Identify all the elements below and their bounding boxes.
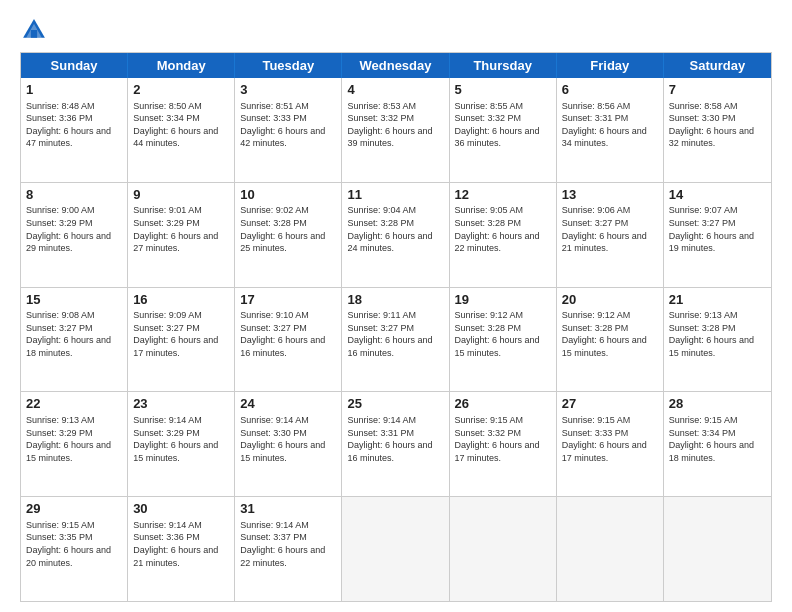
cell-text: Sunrise: 8:58 AMSunset: 3:30 PMDaylight:… (669, 100, 766, 150)
day-number: 10 (240, 186, 336, 204)
cell-text: Sunrise: 9:05 AMSunset: 3:28 PMDaylight:… (455, 204, 551, 254)
cal-cell: 12Sunrise: 9:05 AMSunset: 3:28 PMDayligh… (450, 183, 557, 287)
cal-cell: 10Sunrise: 9:02 AMSunset: 3:28 PMDayligh… (235, 183, 342, 287)
header-day-sunday: Sunday (21, 53, 128, 78)
cell-text: Sunrise: 9:09 AMSunset: 3:27 PMDaylight:… (133, 309, 229, 359)
cell-text: Sunrise: 9:10 AMSunset: 3:27 PMDaylight:… (240, 309, 336, 359)
cal-cell: 23Sunrise: 9:14 AMSunset: 3:29 PMDayligh… (128, 392, 235, 496)
day-number: 26 (455, 395, 551, 413)
svg-rect-2 (31, 30, 37, 38)
cell-text: Sunrise: 8:50 AMSunset: 3:34 PMDaylight:… (133, 100, 229, 150)
day-number: 27 (562, 395, 658, 413)
day-number: 2 (133, 81, 229, 99)
cell-text: Sunrise: 9:15 AMSunset: 3:33 PMDaylight:… (562, 414, 658, 464)
day-number: 29 (26, 500, 122, 518)
cal-cell: 17Sunrise: 9:10 AMSunset: 3:27 PMDayligh… (235, 288, 342, 392)
cal-cell: 4Sunrise: 8:53 AMSunset: 3:32 PMDaylight… (342, 78, 449, 182)
cal-cell: 8Sunrise: 9:00 AMSunset: 3:29 PMDaylight… (21, 183, 128, 287)
header-day-tuesday: Tuesday (235, 53, 342, 78)
cell-text: Sunrise: 8:53 AMSunset: 3:32 PMDaylight:… (347, 100, 443, 150)
cell-text: Sunrise: 8:51 AMSunset: 3:33 PMDaylight:… (240, 100, 336, 150)
cell-text: Sunrise: 9:11 AMSunset: 3:27 PMDaylight:… (347, 309, 443, 359)
day-number: 15 (26, 291, 122, 309)
cell-text: Sunrise: 9:14 AMSunset: 3:29 PMDaylight:… (133, 414, 229, 464)
cal-cell: 3Sunrise: 8:51 AMSunset: 3:33 PMDaylight… (235, 78, 342, 182)
cell-text: Sunrise: 9:13 AMSunset: 3:28 PMDaylight:… (669, 309, 766, 359)
header-day-monday: Monday (128, 53, 235, 78)
day-number: 14 (669, 186, 766, 204)
day-number: 24 (240, 395, 336, 413)
day-number: 16 (133, 291, 229, 309)
day-number: 25 (347, 395, 443, 413)
logo (20, 16, 52, 44)
cal-cell: 19Sunrise: 9:12 AMSunset: 3:28 PMDayligh… (450, 288, 557, 392)
header-day-friday: Friday (557, 53, 664, 78)
day-number: 17 (240, 291, 336, 309)
cal-cell: 13Sunrise: 9:06 AMSunset: 3:27 PMDayligh… (557, 183, 664, 287)
cal-cell: 29Sunrise: 9:15 AMSunset: 3:35 PMDayligh… (21, 497, 128, 601)
cell-text: Sunrise: 9:00 AMSunset: 3:29 PMDaylight:… (26, 204, 122, 254)
day-number: 30 (133, 500, 229, 518)
cell-text: Sunrise: 9:06 AMSunset: 3:27 PMDaylight:… (562, 204, 658, 254)
week-row-3: 15Sunrise: 9:08 AMSunset: 3:27 PMDayligh… (21, 287, 771, 392)
cal-cell: 30Sunrise: 9:14 AMSunset: 3:36 PMDayligh… (128, 497, 235, 601)
cal-cell: 26Sunrise: 9:15 AMSunset: 3:32 PMDayligh… (450, 392, 557, 496)
cell-text: Sunrise: 9:13 AMSunset: 3:29 PMDaylight:… (26, 414, 122, 464)
cell-text: Sunrise: 8:56 AMSunset: 3:31 PMDaylight:… (562, 100, 658, 150)
cal-cell: 22Sunrise: 9:13 AMSunset: 3:29 PMDayligh… (21, 392, 128, 496)
cal-cell: 21Sunrise: 9:13 AMSunset: 3:28 PMDayligh… (664, 288, 771, 392)
cell-text: Sunrise: 9:12 AMSunset: 3:28 PMDaylight:… (455, 309, 551, 359)
day-number: 9 (133, 186, 229, 204)
day-number: 7 (669, 81, 766, 99)
cal-cell: 2Sunrise: 8:50 AMSunset: 3:34 PMDaylight… (128, 78, 235, 182)
cell-text: Sunrise: 9:12 AMSunset: 3:28 PMDaylight:… (562, 309, 658, 359)
week-row-2: 8Sunrise: 9:00 AMSunset: 3:29 PMDaylight… (21, 182, 771, 287)
day-number: 22 (26, 395, 122, 413)
cell-text: Sunrise: 9:14 AMSunset: 3:36 PMDaylight:… (133, 519, 229, 569)
cal-cell (557, 497, 664, 601)
cell-text: Sunrise: 9:15 AMSunset: 3:32 PMDaylight:… (455, 414, 551, 464)
day-number: 11 (347, 186, 443, 204)
cal-cell: 18Sunrise: 9:11 AMSunset: 3:27 PMDayligh… (342, 288, 449, 392)
cal-cell: 5Sunrise: 8:55 AMSunset: 3:32 PMDaylight… (450, 78, 557, 182)
cell-text: Sunrise: 8:55 AMSunset: 3:32 PMDaylight:… (455, 100, 551, 150)
cal-cell: 15Sunrise: 9:08 AMSunset: 3:27 PMDayligh… (21, 288, 128, 392)
day-number: 23 (133, 395, 229, 413)
calendar: SundayMondayTuesdayWednesdayThursdayFrid… (20, 52, 772, 602)
cal-cell: 16Sunrise: 9:09 AMSunset: 3:27 PMDayligh… (128, 288, 235, 392)
cal-cell: 20Sunrise: 9:12 AMSunset: 3:28 PMDayligh… (557, 288, 664, 392)
cal-cell (450, 497, 557, 601)
cell-text: Sunrise: 9:04 AMSunset: 3:28 PMDaylight:… (347, 204, 443, 254)
day-number: 1 (26, 81, 122, 99)
cal-cell: 1Sunrise: 8:48 AMSunset: 3:36 PMDaylight… (21, 78, 128, 182)
cal-cell (342, 497, 449, 601)
header-day-thursday: Thursday (450, 53, 557, 78)
cal-cell: 27Sunrise: 9:15 AMSunset: 3:33 PMDayligh… (557, 392, 664, 496)
header (20, 16, 772, 44)
day-number: 8 (26, 186, 122, 204)
cal-cell: 14Sunrise: 9:07 AMSunset: 3:27 PMDayligh… (664, 183, 771, 287)
cal-cell: 11Sunrise: 9:04 AMSunset: 3:28 PMDayligh… (342, 183, 449, 287)
cal-cell: 28Sunrise: 9:15 AMSunset: 3:34 PMDayligh… (664, 392, 771, 496)
header-day-wednesday: Wednesday (342, 53, 449, 78)
week-row-4: 22Sunrise: 9:13 AMSunset: 3:29 PMDayligh… (21, 391, 771, 496)
day-number: 28 (669, 395, 766, 413)
cell-text: Sunrise: 9:15 AMSunset: 3:34 PMDaylight:… (669, 414, 766, 464)
week-row-1: 1Sunrise: 8:48 AMSunset: 3:36 PMDaylight… (21, 78, 771, 182)
cal-cell (664, 497, 771, 601)
calendar-header: SundayMondayTuesdayWednesdayThursdayFrid… (21, 53, 771, 78)
logo-icon (20, 16, 48, 44)
page: SundayMondayTuesdayWednesdayThursdayFrid… (0, 0, 792, 612)
day-number: 6 (562, 81, 658, 99)
cal-cell: 25Sunrise: 9:14 AMSunset: 3:31 PMDayligh… (342, 392, 449, 496)
calendar-body: 1Sunrise: 8:48 AMSunset: 3:36 PMDaylight… (21, 78, 771, 601)
week-row-5: 29Sunrise: 9:15 AMSunset: 3:35 PMDayligh… (21, 496, 771, 601)
cell-text: Sunrise: 9:07 AMSunset: 3:27 PMDaylight:… (669, 204, 766, 254)
cell-text: Sunrise: 9:14 AMSunset: 3:37 PMDaylight:… (240, 519, 336, 569)
day-number: 18 (347, 291, 443, 309)
cell-text: Sunrise: 8:48 AMSunset: 3:36 PMDaylight:… (26, 100, 122, 150)
day-number: 20 (562, 291, 658, 309)
header-day-saturday: Saturday (664, 53, 771, 78)
day-number: 12 (455, 186, 551, 204)
day-number: 13 (562, 186, 658, 204)
